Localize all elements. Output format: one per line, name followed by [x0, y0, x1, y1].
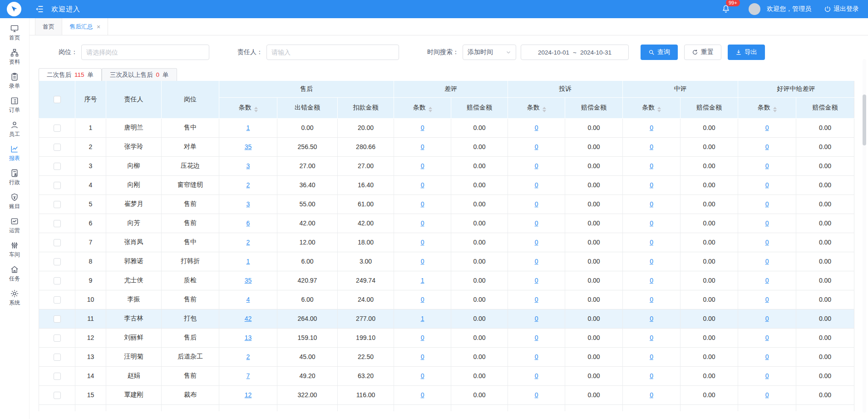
count-link[interactable]: 7 [247, 372, 250, 379]
person-filter-input[interactable] [271, 49, 394, 56]
subtab-二次售后[interactable]: 二次售后115单 [39, 68, 102, 81]
count-link[interactable]: 13 [245, 334, 252, 341]
count-link[interactable]: 0 [765, 277, 769, 284]
count-link[interactable]: 0 [421, 143, 424, 150]
count-link[interactable]: 0 [535, 372, 538, 379]
column-header-好评中给差评-条数[interactable]: 条数 [738, 97, 796, 118]
row-checkbox[interactable] [54, 220, 61, 227]
row-checkbox[interactable] [54, 239, 61, 246]
count-link[interactable]: 0 [765, 258, 769, 265]
row-checkbox[interactable] [54, 201, 61, 208]
count-link[interactable]: 1 [247, 124, 250, 131]
row-checkbox[interactable] [54, 163, 61, 170]
count-link[interactable]: 1 [421, 315, 424, 322]
count-link[interactable]: 0 [765, 353, 769, 360]
count-link[interactable]: 0 [765, 296, 769, 303]
row-checkbox[interactable] [54, 296, 61, 304]
count-link[interactable]: 0 [650, 391, 653, 399]
count-link[interactable]: 0 [765, 162, 769, 170]
notification-bell-icon[interactable]: 99+ [721, 4, 730, 15]
count-link[interactable]: 2 [247, 181, 250, 189]
count-link[interactable]: 0 [765, 334, 769, 341]
count-link[interactable]: 3 [247, 200, 250, 208]
sidebar-item-资料[interactable]: 资料 [0, 45, 29, 69]
count-link[interactable]: 0 [650, 372, 653, 379]
row-checkbox[interactable] [54, 125, 61, 132]
count-link[interactable]: 4 [247, 296, 250, 303]
count-link[interactable]: 35 [245, 277, 252, 284]
sidebar-item-任务[interactable]: 任务 [0, 262, 29, 286]
count-link[interactable]: 0 [421, 239, 424, 246]
count-link[interactable]: 0 [535, 315, 538, 322]
count-link[interactable]: 0 [421, 391, 424, 399]
vertical-scrollbar[interactable] [863, 59, 866, 413]
count-link[interactable]: 0 [650, 200, 653, 208]
count-link[interactable]: 0 [650, 315, 653, 322]
count-link[interactable]: 0 [765, 181, 769, 189]
sort-caret-icon[interactable] [542, 107, 546, 112]
count-link[interactable]: 0 [535, 258, 538, 265]
count-link[interactable]: 6 [247, 219, 250, 227]
count-link[interactable]: 0 [535, 181, 538, 189]
sort-caret-icon[interactable] [657, 107, 661, 112]
count-link[interactable]: 2 [247, 239, 250, 246]
row-checkbox[interactable] [54, 182, 61, 189]
count-link[interactable]: 0 [765, 219, 769, 227]
row-checkbox[interactable] [54, 354, 61, 361]
sort-caret-icon[interactable] [773, 107, 777, 112]
sort-caret-icon[interactable] [429, 107, 432, 112]
count-link[interactable]: 0 [650, 258, 653, 265]
search-button[interactable]: 查询 [641, 45, 678, 60]
count-link[interactable]: 0 [535, 391, 538, 399]
count-link[interactable]: 12 [245, 391, 252, 399]
count-link[interactable]: 0 [765, 372, 769, 379]
count-link[interactable]: 3 [247, 162, 250, 170]
count-link[interactable]: 0 [650, 239, 653, 246]
count-link[interactable]: 0 [535, 353, 538, 360]
count-link[interactable]: 0 [765, 391, 769, 399]
count-link[interactable]: 0 [765, 315, 769, 322]
count-link[interactable]: 0 [535, 219, 538, 227]
count-link[interactable]: 0 [421, 334, 424, 341]
count-link[interactable]: 0 [421, 124, 424, 131]
time-type-select[interactable]: 添加时间 [463, 45, 516, 60]
count-link[interactable]: 0 [535, 200, 538, 208]
row-checkbox[interactable] [54, 277, 61, 284]
count-link[interactable]: 0 [765, 143, 769, 150]
sort-caret-icon[interactable] [254, 107, 258, 112]
count-link[interactable]: 0 [421, 372, 424, 379]
sidebar-item-运营[interactable]: 运营 [0, 214, 29, 238]
count-link[interactable]: 0 [421, 219, 424, 227]
sidebar-item-行政[interactable]: 行政 [0, 165, 29, 190]
count-link[interactable]: 0 [650, 181, 653, 189]
count-link[interactable]: 0 [535, 296, 538, 303]
sidebar-item-首页[interactable]: 首页 [0, 21, 29, 45]
row-checkbox[interactable] [54, 315, 61, 323]
count-link[interactable]: 0 [650, 124, 653, 131]
tab-售后汇总[interactable]: 售后汇总× [62, 18, 108, 35]
collapse-menu-icon[interactable] [35, 5, 44, 14]
column-header-差评-条数[interactable]: 条数 [394, 97, 451, 118]
column-header-投诉-条数[interactable]: 条数 [508, 97, 565, 118]
row-checkbox[interactable] [54, 373, 61, 380]
count-link[interactable]: 1 [421, 277, 424, 284]
post-filter-input[interactable] [86, 49, 204, 56]
row-checkbox[interactable] [54, 144, 61, 151]
count-link[interactable]: 0 [650, 277, 653, 284]
count-link[interactable]: 0 [421, 181, 424, 189]
count-link[interactable]: 0 [650, 296, 653, 303]
count-link[interactable]: 0 [650, 143, 653, 150]
row-checkbox[interactable] [54, 258, 61, 265]
logout-button[interactable]: 退出登录 [824, 5, 859, 13]
count-link[interactable]: 0 [535, 334, 538, 341]
count-link[interactable]: 0 [535, 239, 538, 246]
count-link[interactable]: 0 [421, 200, 424, 208]
subtab-三次及以上售后[interactable]: 三次及以上售后0单 [102, 68, 177, 81]
count-link[interactable]: 0 [765, 239, 769, 246]
sidebar-item-系统[interactable]: 系统 [0, 286, 29, 310]
count-link[interactable]: 0 [535, 162, 538, 170]
sidebar-item-录单[interactable]: 录单 [0, 69, 29, 93]
select-all-checkbox[interactable] [54, 96, 61, 103]
count-link[interactable]: 42 [245, 315, 252, 322]
column-header-中评-条数[interactable]: 条数 [623, 97, 681, 118]
